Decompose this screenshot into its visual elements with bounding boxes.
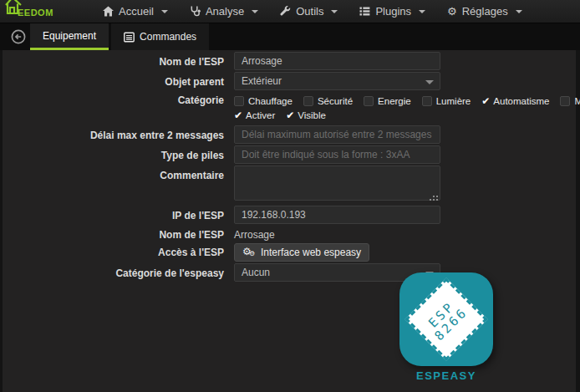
menu-label: Réglages	[462, 5, 508, 18]
menu-item-reglages[interactable]: ⚙ Réglages	[436, 0, 533, 23]
main-menu: Accueil Analyse Outils Plu	[92, 0, 533, 23]
cogs-icon: ⚙ ⚙	[242, 247, 256, 258]
comment-label: Commentaire	[3, 165, 224, 181]
check-icon: ✔	[234, 110, 242, 120]
form-row-max-delay: Délai max entre 2 messages	[3, 125, 576, 144]
tab-equipement[interactable]: Equipement	[30, 23, 109, 50]
espeasy-web-interface-button[interactable]: ⚙ ⚙ Interface web espeasy	[234, 243, 369, 262]
tab-commandes[interactable]: Commandes	[111, 23, 209, 50]
max-delay-label: Délai max entre 2 messages	[3, 125, 224, 141]
category-energie-checkbox[interactable]: Energie	[364, 96, 411, 106]
battery-type-input[interactable]	[234, 145, 440, 164]
form-row-esp-ip: IP de l'ESP	[3, 206, 576, 224]
category-flags: ✔Activer✔Visible	[234, 109, 580, 122]
category-options: ChauffageSécuritéEnergieLumière✔Automati…	[234, 94, 580, 108]
gear-icon: ⚙	[447, 6, 457, 17]
brand-name: EEDOM	[18, 8, 53, 18]
checkbox-box	[234, 96, 244, 106]
parent-object-select[interactable]: Extérieur	[234, 72, 440, 90]
checkbox-label: Automatisme	[493, 96, 549, 106]
form-row-parent-object: Objet parent Extérieur	[3, 72, 576, 90]
category-multimedia-checkbox[interactable]: Multimédia	[560, 96, 580, 106]
esp-name-input[interactable]	[234, 52, 440, 70]
checkbox-box	[422, 96, 432, 106]
form-row-battery-type: Type de piles	[3, 145, 576, 164]
comment-textarea[interactable]	[234, 165, 440, 201]
checkbox-label: Multimédia	[574, 96, 580, 106]
checkbox-label: Sécurité	[318, 96, 353, 106]
checkbox-label: Chauffage	[248, 96, 293, 106]
resize-grip[interactable]	[436, 199, 438, 201]
checkbox-label: Activer	[246, 110, 275, 120]
jeedom-logo[interactable]: EEDOM	[0, 0, 53, 23]
checkbox-label: Lumière	[436, 96, 471, 106]
battery-type-label: Type de piles	[3, 145, 224, 161]
check-icon: ✔	[481, 96, 490, 106]
check-icon: ✔	[286, 110, 294, 120]
parent-object-label: Objet parent	[3, 72, 224, 88]
menu-label: Outils	[296, 5, 323, 18]
chevron-down-icon	[419, 10, 425, 13]
esp-ip-label: IP de l'ESP	[3, 206, 224, 221]
chevron-down-icon	[331, 10, 338, 13]
form-row-comment: Commentaire	[3, 165, 576, 204]
chevron-down-icon	[252, 10, 258, 13]
checkbox-label: Visible	[298, 110, 326, 120]
category-securite-checkbox[interactable]: Sécurité	[303, 96, 353, 106]
category-chauffage-checkbox[interactable]: Chauffage	[234, 96, 293, 106]
category-lumiere-checkbox[interactable]: Lumière	[422, 96, 471, 106]
commands-list-icon	[124, 32, 135, 43]
menu-item-analyse[interactable]: Analyse	[179, 0, 269, 23]
esp-name-static-label: Nom de l'ESP	[3, 226, 224, 241]
button-label: Interface web espeasy	[261, 247, 361, 258]
equipment-form: Nom de l'ESP Objet parent Extérieur Caté…	[3, 50, 576, 282]
tab-label: Equipement	[43, 30, 96, 42]
menu-item-plugins[interactable]: Plugins	[349, 0, 436, 23]
top-navbar: EEDOM Accueil Analyse Outils	[0, 0, 580, 23]
arrow-circle-left-icon	[11, 29, 26, 44]
esp-ip-input[interactable]	[234, 206, 440, 224]
category-label: Catégorie	[3, 92, 224, 106]
menu-item-accueil[interactable]: Accueil	[92, 0, 179, 23]
esp-name-label: Nom de l'ESP	[3, 52, 224, 68]
checkbox-box	[560, 96, 570, 106]
menu-label: Accueil	[119, 5, 154, 18]
esp-name-static-value: Arrosage	[234, 226, 440, 241]
tabs: Equipement Commandes	[30, 23, 580, 50]
back-button[interactable]	[11, 29, 26, 44]
chevron-down-icon	[425, 80, 434, 84]
list-icon	[359, 6, 370, 17]
chevron-down-icon	[161, 10, 168, 13]
menu-label: Plugins	[375, 5, 411, 18]
form-row-esp-name-static: Nom de l'ESP Arrosage	[3, 226, 576, 241]
tab-label: Commandes	[140, 31, 196, 43]
form-row-esp-name: Nom de l'ESP	[3, 52, 576, 70]
wrench-icon	[280, 6, 291, 17]
menu-label: Analyse	[206, 5, 244, 18]
menu-item-outils[interactable]: Outils	[269, 0, 349, 23]
chevron-down-icon	[516, 10, 522, 13]
esp-access-label: Accès à l'ESP	[3, 243, 224, 258]
espeasy-logo: ESP 8266	[399, 272, 493, 366]
espeasy-wordmark: ESPEASY	[399, 369, 493, 382]
checkbox-label: Energie	[378, 96, 411, 106]
form-row-category: Catégorie ChauffageSécuritéEnergieLumièr…	[3, 92, 576, 122]
form-row-esp-access: Accès à l'ESP ⚙ ⚙ Interface web espeasy	[3, 243, 576, 262]
checkbox-box	[303, 96, 313, 106]
flag-visible-checkbox[interactable]: ✔Visible	[286, 110, 326, 120]
espeasy-category-label: Catégorie de l'espeasy	[3, 263, 224, 279]
stethoscope-icon	[190, 6, 201, 17]
gear-icon: ⚙	[249, 250, 255, 257]
tab-bar: Equipement Commandes	[0, 23, 580, 50]
form-row-espeasy-category: Catégorie de l'espeasy Aucun	[3, 263, 576, 282]
checkbox-box	[364, 96, 374, 106]
flag-activer-checkbox[interactable]: ✔Activer	[234, 110, 275, 120]
home-icon	[103, 6, 114, 17]
selected-value: Extérieur	[242, 75, 282, 87]
selected-value: Aucun	[242, 267, 270, 278]
category-automatisme-checkbox[interactable]: ✔Automatisme	[481, 96, 549, 106]
max-delay-input[interactable]	[234, 125, 440, 144]
